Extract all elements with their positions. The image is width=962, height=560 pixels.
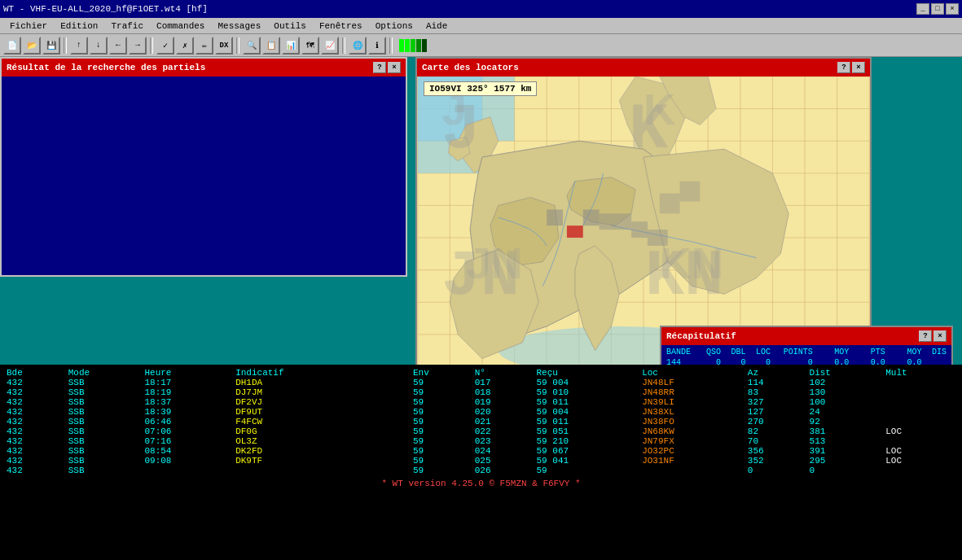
log-cell-indicatif: DF2VJ: [232, 397, 410, 407]
toolbar-log[interactable]: 📋: [262, 37, 280, 55]
log-cell-az: 127: [745, 407, 806, 417]
toolbar-up[interactable]: ↑: [70, 37, 88, 55]
log-cell-num: 024: [472, 446, 534, 456]
log-cell-loc: JO32PC: [639, 446, 745, 456]
resultat-titlebar[interactable]: Résultat de la recherche des partiels ? …: [2, 59, 406, 77]
menu-trafic[interactable]: Trafic: [104, 20, 150, 33]
close-button[interactable]: ×: [946, 3, 959, 15]
menu-options[interactable]: Options: [369, 20, 420, 33]
maximize-button[interactable]: □: [931, 3, 944, 15]
log-cell-loc: JN79FX: [639, 436, 745, 446]
log-cell-dist: 92: [806, 417, 883, 427]
menu-edition[interactable]: Edition: [54, 20, 104, 33]
toolbar-x[interactable]: ✗: [176, 37, 194, 55]
svg-text:KN: KN: [660, 238, 724, 288]
log-cell-loc: JN38FO: [639, 417, 745, 427]
log-cell-mult: [882, 466, 959, 475]
log-cell-num: 025: [472, 456, 534, 466]
toolbar-dx[interactable]: DX: [215, 37, 233, 55]
log-area: Bde Mode Heure Indicatif Env N° Reçu Loc…: [0, 365, 962, 560]
toolbar-edit[interactable]: ✏: [195, 37, 213, 55]
toolbar-stats[interactable]: 📊: [282, 37, 300, 55]
log-row: 432 SSB 18:39 DF9UT 59 020 59 004 JN38XL…: [3, 407, 959, 417]
toolbar-sep-1: [64, 37, 67, 54]
log-row: 432 SSB 09:08 DK9TF 59 025 59 041 JO31NF…: [3, 456, 959, 466]
recap-titlebar[interactable]: Récapitulatif ? ×: [661, 327, 951, 345]
log-cell-env: 59: [410, 407, 472, 417]
log-cell-indicatif: DJ7JM: [232, 387, 410, 397]
log-cell-bde: 432: [3, 436, 65, 446]
log-cell-dist: 295: [806, 456, 883, 466]
log-cell-heure: 09:08: [141, 456, 232, 466]
resultat-close-btn[interactable]: ×: [388, 62, 401, 73]
svg-rect-38: [680, 182, 701, 202]
log-cell-num: 020: [472, 407, 534, 417]
title-bar-controls: _ □ ×: [916, 3, 959, 15]
log-cell-env: 59: [410, 378, 472, 387]
log-cell-recu: 59 067: [533, 446, 639, 456]
log-header-row: Bde Mode Heure Indicatif Env N° Reçu Loc…: [3, 368, 959, 378]
menu-fichier[interactable]: Fichier: [3, 20, 54, 33]
log-col-indicatif: Indicatif: [232, 368, 410, 378]
minimize-button[interactable]: _: [916, 3, 929, 15]
log-cell-indicatif: DK9TF: [232, 456, 410, 466]
log-cell-heure: [141, 466, 232, 475]
carte-titlebar[interactable]: Carte des locators ? ×: [417, 59, 870, 77]
recap-col-moydis: MOY: [889, 347, 925, 357]
log-cell-mode: SSB: [65, 446, 142, 456]
toolbar-info[interactable]: ℹ: [368, 37, 386, 55]
log-cell-recu: 59 004: [533, 378, 639, 387]
toolbar-down[interactable]: ↓: [90, 37, 108, 55]
log-cell-az: 82: [745, 427, 806, 436]
recap-col-dbl: DBL: [724, 347, 749, 357]
toolbar-left[interactable]: ←: [109, 37, 127, 55]
log-cell-dist: 102: [806, 378, 883, 387]
svg-rect-33: [600, 213, 616, 230]
signal-bar-5: [422, 39, 427, 52]
recap-close-btn[interactable]: ×: [933, 330, 947, 342]
log-cell-heure: 18:17: [141, 378, 232, 387]
carte-help-btn[interactable]: ?: [837, 62, 850, 73]
log-col-loc: Loc: [639, 368, 745, 378]
menu-messages[interactable]: Messages: [211, 20, 267, 33]
svg-rect-35: [631, 221, 648, 238]
menu-outils[interactable]: Outils: [267, 20, 313, 33]
recap-col-qso: QSO: [700, 347, 725, 357]
toolbar-check[interactable]: ✓: [156, 37, 174, 55]
signal-bar-3: [411, 39, 415, 52]
log-row: 432 SSB 18:17 DH1DA 59 017 59 004 JN48LF…: [3, 378, 959, 387]
log-cell-heure: 07:06: [141, 427, 232, 436]
version-text: * WT version 4.25.0 © F5MZN & F6FVY *: [3, 479, 959, 488]
log-cell-loc: JN68KW: [639, 427, 745, 436]
log-cell-bde: 432: [3, 378, 65, 387]
log-col-az: Az: [745, 368, 806, 378]
log-cell-az: 270: [745, 417, 806, 427]
toolbar-search[interactable]: 🔍: [243, 37, 261, 55]
log-cell-az: 0: [745, 466, 806, 475]
menu-aide[interactable]: Aide: [420, 20, 454, 33]
log-cell-mode: SSB: [65, 436, 142, 446]
log-cell-env: 59: [410, 387, 472, 397]
signal-bar-2: [405, 39, 410, 52]
log-col-recu: Reçu: [533, 368, 639, 378]
carte-close-btn[interactable]: ×: [852, 62, 865, 73]
recap-help-btn[interactable]: ?: [919, 330, 932, 342]
menu-fenetres[interactable]: Fenêtres: [313, 20, 369, 33]
toolbar-globe[interactable]: 🌐: [349, 37, 367, 55]
log-cell-mult: [882, 436, 959, 446]
toolbar-open[interactable]: 📂: [23, 37, 41, 55]
log-cell-mult: [882, 397, 959, 407]
toolbar-right[interactable]: →: [129, 37, 147, 55]
log-cell-recu: 59 010: [533, 387, 639, 397]
toolbar-map[interactable]: 🗺: [301, 37, 319, 55]
toolbar-sep-4: [342, 37, 345, 54]
toolbar-save[interactable]: 💾: [42, 37, 60, 55]
log-cell-env: 59: [410, 417, 472, 427]
log-cell-env: 59: [410, 466, 472, 475]
resultat-help-btn[interactable]: ?: [373, 62, 386, 73]
toolbar-chart[interactable]: 📈: [321, 37, 339, 55]
log-cell-mult: LOC: [882, 456, 959, 466]
resultat-controls: ? ×: [373, 62, 401, 73]
menu-commandes[interactable]: Commandes: [150, 20, 211, 33]
toolbar-new[interactable]: 📄: [3, 37, 21, 55]
